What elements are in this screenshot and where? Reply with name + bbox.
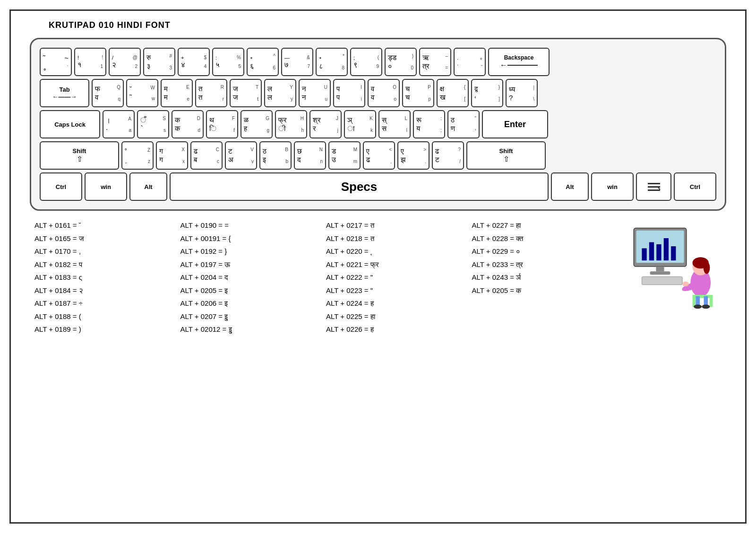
alt-row: ALT + 02012 = इु (180, 323, 326, 336)
svg-rect-0 (648, 183, 660, 184)
alt-row: ALT + 0183 = ς (34, 271, 180, 284)
alt-row: ALT + 0192 = } (180, 245, 326, 258)
key-k[interactable]: ञ्K ाk (344, 110, 376, 138)
alt-row: ALT + 0204 = द (180, 271, 326, 284)
key-shift-left[interactable]: Shift ⇧ (40, 141, 119, 170)
key-quote[interactable]: ठ" ण˓ (447, 110, 480, 138)
alt-col-3: ALT + 0217 = त ALT + 0218 = त ALT + 0220… (326, 219, 472, 336)
key-a[interactable]: ।A ·a (103, 110, 135, 138)
alt-codes-section: ALT + 0161 = ˘ ALT + 0165 = ज ALT + 0170… (34, 219, 722, 336)
key-equal[interactable]: ·+ ·- (454, 48, 486, 76)
key-l[interactable]: स्L सl (378, 110, 411, 138)
alt-row: ALT + 0206 = इ (180, 297, 326, 310)
key-ctrl-left[interactable]: Ctrl (40, 172, 82, 201)
key-4[interactable]: +$ ४4 (178, 48, 210, 76)
key-b[interactable]: ठB इb (259, 141, 292, 170)
key-slash[interactable]: ढ? ट/ (432, 141, 464, 170)
key-e[interactable]: मE मe (161, 79, 193, 107)
key-g[interactable]: ळG हg (241, 110, 273, 138)
key-alt-left[interactable]: Alt (129, 172, 167, 201)
key-d[interactable]: कD कd (172, 110, 204, 138)
key-h[interactable]: फ्रH ीh (275, 110, 307, 138)
key-s[interactable]: ँS ˋs (137, 110, 169, 138)
alt-row: ALT + 0161 = ˘ (34, 219, 180, 232)
key-t[interactable]: जT जt (230, 79, 262, 107)
key-n[interactable]: छN दn (294, 141, 326, 170)
svg-rect-12 (650, 271, 670, 275)
alt-row: ALT + 0233 = त्र (472, 258, 618, 271)
key-z[interactable]: ˚Z ˯z (121, 141, 154, 170)
alt-row: ALT + 0229 = ० (472, 245, 618, 258)
key-r[interactable]: तR तr (195, 79, 227, 107)
key-3[interactable]: रु# ३3 (143, 48, 175, 76)
svg-point-19 (704, 262, 710, 274)
alt-row: ALT + 0221 = फ्र (326, 258, 472, 271)
key-7[interactable]: —& ७7 (281, 48, 313, 76)
alt-row: ALT + 00191 = { (180, 233, 326, 245)
key-w[interactable]: ˇW ˜w (126, 79, 158, 107)
key-caps-lock[interactable]: Caps Lock (40, 110, 100, 138)
key-2[interactable]: /@ २2 (109, 48, 141, 76)
alt-row: ALT + 0243 = र्ञ (472, 271, 618, 284)
key-q[interactable]: फQ वq (92, 79, 124, 107)
key-tab[interactable]: Tab ←——→ (40, 79, 89, 107)
key-5[interactable]: :% ५5 (212, 48, 244, 76)
alt-row: ALT + 0217 = त (326, 219, 472, 232)
key-8[interactable]: ॰* ८8 (316, 48, 348, 76)
key-period[interactable]: ए> झ. (397, 141, 430, 170)
svg-rect-22 (710, 295, 713, 307)
key-enter[interactable]: Enter (482, 110, 548, 138)
key-m[interactable]: डM उm (328, 141, 361, 170)
key-backslash[interactable]: ध्य| ?\ (506, 79, 538, 107)
key-c[interactable]: ढC बc (190, 141, 223, 170)
alt-row: ALT + 0188 = ( (34, 310, 180, 323)
alt-row: ALT + 0226 = ह (326, 323, 472, 336)
key-bracket-open[interactable]: क्ष{ ख[ (437, 79, 469, 107)
enter-label: Enter (504, 120, 526, 129)
key-semicolon[interactable]: रू: य; (413, 110, 445, 138)
key-o[interactable]: वO वo (368, 79, 400, 107)
key-f[interactable]: थF िf (206, 110, 238, 138)
page-title: KRUTIPAD 010 HINDI FONT (49, 20, 736, 30)
key-6[interactable]: ॰^ ६6 (247, 48, 279, 76)
svg-rect-10 (671, 246, 676, 260)
key-win-left[interactable]: win (85, 172, 127, 201)
alt-row: ALT + 0205 = इ (180, 284, 326, 297)
key-1[interactable]: !! १1 (74, 48, 106, 76)
key-alt-right[interactable]: Alt (551, 172, 589, 201)
key-bracket-close[interactable]: द्व} ˓] (471, 79, 503, 107)
key-shift-right[interactable]: Shift ⇧ (466, 141, 546, 170)
key-minus[interactable]: ऋ– त्र= (419, 48, 451, 76)
key-win-right[interactable]: win (591, 172, 634, 201)
key-comma[interactable]: ए< ढ, (363, 141, 395, 170)
alt-row: ALT + 0165 = ज (34, 233, 180, 245)
alt-row: ALT + 0207 = इु (180, 310, 326, 323)
key-p[interactable]: चP चp (402, 79, 434, 107)
svg-point-26 (702, 305, 710, 309)
key-0[interactable]: ड्ड) ०0 (385, 48, 417, 76)
key-backtick[interactable]: ˜~ ˳` (40, 48, 72, 76)
key-j[interactable]: श्रJ रj (309, 110, 342, 138)
alt-row: ALT + 0189 = ) (34, 323, 180, 336)
key-ctrl-right[interactable]: Ctrl (674, 172, 716, 201)
alt-row: ALT + 0224 = ह (326, 297, 472, 310)
key-y[interactable]: लY लy (264, 79, 296, 107)
key-i[interactable]: पI पi (333, 79, 365, 107)
key-row-3: Caps Lock ।A ·a ँS ˋs कD कd थF िf ळG हg (40, 110, 716, 138)
key-9[interactable]: ;( ९9 (350, 48, 382, 76)
key-u[interactable]: नU नu (299, 79, 331, 107)
alt-row: ALT + 0184 = २ (34, 284, 180, 297)
key-space[interactable]: Specs (170, 172, 549, 201)
key-x[interactable]: गX गx (156, 141, 188, 170)
key-menu[interactable] (636, 172, 671, 201)
alt-row: ALT + 0182 = प (34, 258, 180, 271)
key-v[interactable]: टV अv (225, 141, 257, 170)
key-backspace[interactable]: Backspace ←———— (488, 48, 550, 76)
svg-rect-8 (656, 244, 661, 260)
alt-row: ALT + 0218 = त (326, 233, 472, 245)
svg-rect-2 (648, 189, 660, 191)
alt-col-2: ALT + 0190 = = ALT + 00191 = { ALT + 019… (180, 219, 326, 336)
svg-rect-13 (642, 276, 682, 284)
alt-col-1: ALT + 0161 = ˘ ALT + 0165 = ज ALT + 0170… (34, 219, 180, 336)
alt-row: ALT + 0228 = क्त (472, 233, 618, 245)
